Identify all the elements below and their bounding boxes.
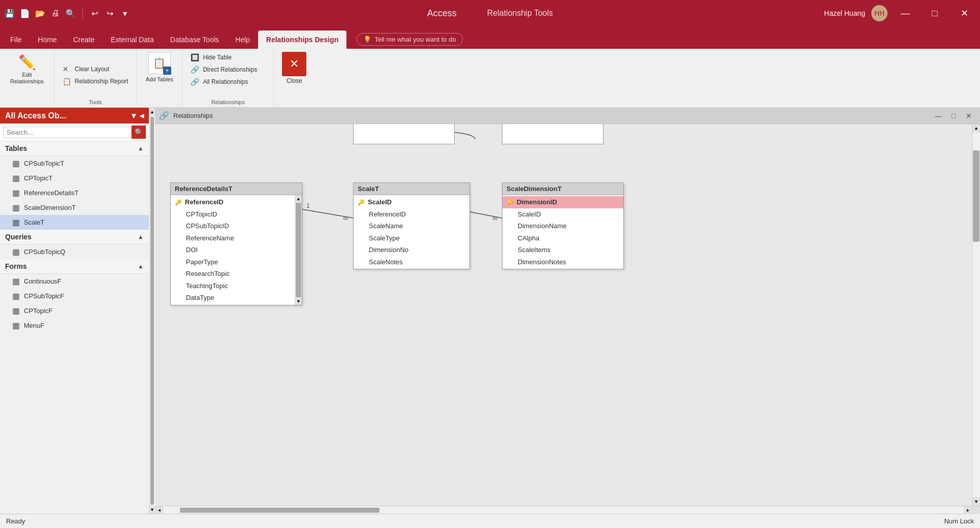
all-relationships-button[interactable]: 🔗 All Relationships [187, 76, 268, 87]
ready-status: Ready [6, 517, 25, 525]
sidebar-scroll-down[interactable]: ▼ [149, 506, 155, 514]
maximize-button[interactable]: □ [923, 0, 946, 26]
sidebar-item-cptopicf[interactable]: ▦ CPTopicF [0, 303, 149, 318]
table-header-referencedetailst[interactable]: ReferenceDetailsT [171, 183, 302, 195]
queries-section-header[interactable]: Queries ▲ [0, 230, 149, 244]
tables-section-title: Tables [5, 144, 27, 152]
relationship-report-label: Relationship Report [75, 78, 128, 85]
canvas-scroll-up[interactable]: ▲ [972, 124, 980, 132]
rel-canvas-row: ∞ ∞ 1 ∞ ∞ 1 [155, 124, 980, 506]
field-papertype: PaperType [171, 256, 295, 268]
hide-table-button[interactable]: 🔲 Hide Table [187, 52, 268, 63]
table-icon: ▦ [12, 173, 20, 183]
rel-canvas[interactable]: ∞ ∞ 1 ∞ ∞ 1 [155, 124, 972, 506]
rel-close-button[interactable]: ✕ [962, 110, 976, 121]
tables-section-header[interactable]: Tables ▲ [0, 141, 149, 156]
forms-section-title: Forms [5, 262, 27, 270]
tab-create[interactable]: Create [65, 30, 103, 49]
direct-relationships-button[interactable]: 🔗 Direct Relationships [187, 64, 268, 75]
table-body-scalet: 🔑 ScaleID ReferenceID ScaleName ScaleTyp… [354, 195, 469, 269]
sidebar-item-menuf[interactable]: ▦ MenuF [0, 318, 149, 333]
canvas-scroll-down[interactable]: ▼ [972, 498, 980, 506]
sidebar-scroll-thumb[interactable] [150, 117, 154, 505]
print-icon[interactable]: 🖨 [50, 8, 61, 19]
canvas-vscroll-track [972, 132, 980, 498]
canvas-hscroll-track [164, 508, 963, 513]
redo-icon[interactable]: ↪ [104, 8, 115, 19]
canvas-scroll-left[interactable]: ◂ [155, 506, 163, 514]
tab-home[interactable]: Home [30, 30, 65, 49]
window-close-button[interactable]: ✕ [953, 0, 976, 26]
customize-qat-icon[interactable]: ▾ [119, 8, 131, 19]
table-referencedetailst[interactable]: ReferenceDetailsT 🔑 ReferenceID CPTopicI… [170, 182, 302, 305]
clear-layout-button[interactable]: ✕ Clear Layout [59, 64, 131, 75]
sidebar-item-cpsubtopicq[interactable]: ▦ CPSubTopicQ [0, 244, 149, 259]
canvas-scroll-right[interactable]: ▸ [964, 506, 972, 514]
sidebar-item-label: CPTopicF [24, 307, 52, 315]
svg-line-0 [294, 208, 353, 218]
new-icon[interactable]: 📄 [19, 8, 30, 19]
form-icon: ▦ [12, 306, 20, 316]
undo-icon[interactable]: ↩ [89, 8, 100, 19]
search-button[interactable]: 🔍 [132, 126, 146, 139]
ghost-table-2 [502, 124, 604, 144]
sidebar-title: All Access Ob... [5, 111, 66, 120]
table-header-scaledimensiont[interactable]: ScaleDimensionT [502, 183, 623, 195]
sidebar-item-label: CPSubTopicF [24, 292, 64, 300]
tables-collapse-icon: ▲ [138, 145, 144, 152]
user-name: Hazel Huang [824, 9, 865, 17]
print-preview-icon[interactable]: 🔍 [65, 8, 76, 19]
key-icon: 🔑 [175, 198, 182, 207]
edit-relationships-button[interactable]: ✏️ Edit Relationships [6, 52, 48, 87]
avatar[interactable]: HH [871, 5, 888, 21]
sidebar-scroll-up[interactable]: ▲ [149, 108, 155, 116]
canvas-hscroll-thumb[interactable] [180, 508, 380, 513]
search-input[interactable] [3, 127, 132, 138]
rel-minimize-button[interactable]: — [931, 110, 945, 121]
sidebar-expand-icon[interactable]: ▾ [132, 111, 136, 120]
forms-section-header[interactable]: Forms ▲ [0, 259, 149, 274]
clear-layout-label: Clear Layout [75, 66, 109, 73]
sidebar-item-cpsubtopicf[interactable]: ▦ CPSubTopicF [0, 289, 149, 303]
add-tables-button[interactable]: 📋 + [148, 52, 171, 74]
sidebar-item-scalet[interactable]: ▦ ScaleT [0, 215, 149, 230]
field-cpsubtopicid: CPSubTopicID [171, 220, 295, 232]
table-scalet[interactable]: ScaleT 🔑 ScaleID ReferenceID ScaleName S… [353, 182, 470, 269]
sidebar-item-cpsubtopict[interactable]: ▦ CPSubTopicT [0, 156, 149, 171]
sidebar-collapse-icon[interactable]: ◂ [140, 111, 144, 120]
canvas-hscrollbar[interactable]: ◂ ▸ [155, 506, 980, 514]
table-scaledimensiont[interactable]: ScaleDimensionT 🔑 DimensionID ScaleID Di… [502, 182, 624, 269]
tab-file[interactable]: File [2, 30, 30, 49]
relationship-report-button[interactable]: 📋 Relationship Report [59, 76, 131, 87]
table-header-scalet[interactable]: ScaleT [354, 183, 469, 195]
canvas-vscrollbar[interactable]: ▲ ▼ [972, 124, 980, 506]
rel-maximize-button[interactable]: □ [946, 110, 961, 121]
canvas-vscroll-thumb[interactable] [973, 150, 979, 242]
sidebar-item-scaledimensiont[interactable]: ▦ ScaleDimensionT [0, 200, 149, 215]
sidebar-item-continuousf[interactable]: ▦ ContinuousF [0, 274, 149, 289]
canvas-scroll-corner [972, 506, 980, 514]
tell-me-input[interactable]: 💡 Tell me what you want to do [357, 33, 462, 46]
save-icon[interactable]: 💾 [4, 8, 15, 19]
tab-database-tools[interactable]: Database Tools [162, 30, 227, 49]
form-icon: ▦ [12, 321, 20, 330]
sidebar-scrollbar[interactable]: ▲ ▼ [149, 108, 155, 514]
rel-title-bar: 🔗 Relationships — □ ✕ [155, 108, 980, 124]
minimize-button[interactable]: — [894, 0, 917, 26]
title-bar-right: Hazel Huang HH — □ ✕ [824, 0, 980, 26]
field-scalenotes: ScaleNotes [354, 256, 469, 268]
close-button[interactable]: ✕ [282, 52, 306, 76]
open-icon[interactable]: 📂 [35, 8, 46, 19]
table-body-referencedetailst: 🔑 ReferenceID CPTopicID CPSubTopicID Ref… [171, 195, 302, 305]
field-scaleid-sdt: ScaleID [502, 208, 623, 221]
sidebar-item-referencedetailst[interactable]: ▦ ReferenceDetailsT [0, 185, 149, 200]
qat-separator [82, 7, 83, 19]
sidebar-outer: All Access Ob... ▾ ◂ 🔍 Tables ▲ ▦ CPSubT [0, 108, 155, 514]
tab-external-data[interactable]: External Data [103, 30, 162, 49]
tab-relationships-design[interactable]: Relationships Design [258, 30, 346, 49]
rel-window-icon: 🔗 [159, 111, 169, 120]
table-scrollbar-referencedetailst[interactable]: ▲ ▼ [295, 195, 302, 305]
sidebar-item-cptopict[interactable]: ▦ CPTopicT [0, 171, 149, 185]
relationship-lines-svg: ∞ ∞ 1 ∞ ∞ 1 [155, 124, 972, 506]
tab-help[interactable]: Help [227, 30, 258, 49]
